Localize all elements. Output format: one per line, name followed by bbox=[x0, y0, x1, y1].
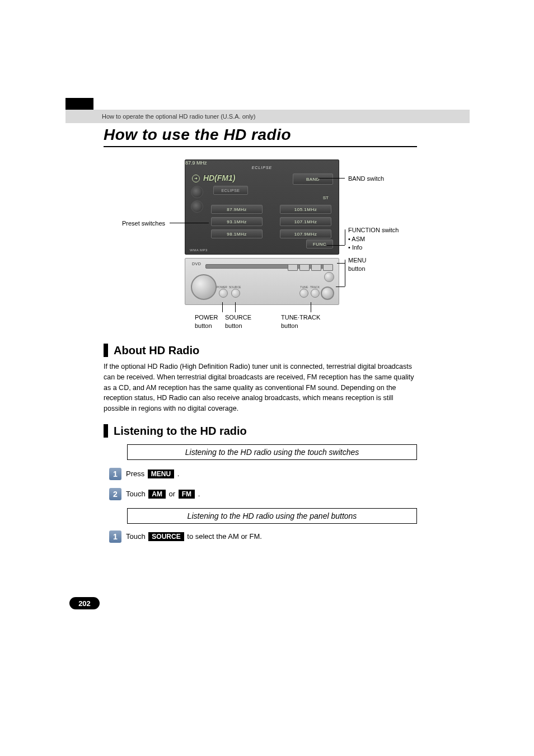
sub-box-touch: Listening to the HD radio using the touc… bbox=[127, 444, 417, 460]
band-switch[interactable]: BAND bbox=[293, 173, 333, 185]
source-button[interactable] bbox=[231, 289, 240, 298]
callout-preset-line bbox=[170, 223, 209, 223]
step-b1-text: Touch SOURCE to select the AM or FM. bbox=[126, 532, 262, 541]
callout-func-title: FUNCTION switch bbox=[348, 226, 399, 234]
callout-func-info-txt: Info bbox=[352, 244, 362, 251]
page-number: 202 bbox=[69, 597, 100, 609]
step-2-suffix: . bbox=[198, 490, 200, 498]
callout-band-line bbox=[318, 178, 345, 179]
step-1-prefix: Press bbox=[126, 469, 147, 478]
callout-tune-line bbox=[311, 302, 311, 312]
callout-power-line bbox=[222, 302, 223, 312]
radio-screen: ECLIPSE ➜ HD(FM1) BAND ECLIPSE 87.9 MHz … bbox=[185, 159, 339, 255]
page-title: How to use the HD radio bbox=[104, 126, 291, 144]
step-2-prefix: Touch bbox=[126, 490, 147, 498]
step-1-text: Press MENU . bbox=[126, 469, 179, 478]
breadcrumb: How to operate the optional HD radio tun… bbox=[65, 113, 256, 120]
tune-down[interactable] bbox=[299, 289, 308, 298]
callout-func-info: • Info bbox=[348, 243, 362, 252]
tune-up[interactable] bbox=[311, 289, 320, 298]
station-name: ECLIPSE bbox=[213, 186, 248, 195]
section-bar-icon-2 bbox=[104, 424, 108, 438]
callout-menu-line1 bbox=[337, 263, 345, 264]
function-switch[interactable]: FUNC bbox=[306, 240, 333, 248]
side-icon-2 bbox=[191, 200, 203, 213]
hd-icon: ➜ bbox=[192, 175, 200, 182]
step-2-num: 2 bbox=[109, 488, 121, 500]
callout-band: BAND switch bbox=[348, 175, 384, 183]
stereo-indicator: ST bbox=[321, 195, 331, 201]
preset-6[interactable]: 107.9MHz bbox=[280, 229, 331, 238]
section-listen-head: Listening to the HD radio bbox=[104, 424, 247, 438]
step-1-num: 1 bbox=[109, 468, 121, 480]
preset-2[interactable]: 93.1MHz bbox=[211, 217, 263, 226]
section-bar-icon bbox=[104, 344, 108, 357]
step-b1-num: 1 bbox=[109, 530, 121, 543]
slot-icons bbox=[288, 264, 333, 271]
title-rule bbox=[104, 146, 417, 147]
step-2-row: 2 Touch AM or FM . bbox=[109, 488, 200, 500]
sub-box-panel-text: Listening to the HD radio using the pane… bbox=[188, 511, 357, 520]
open-button[interactable] bbox=[324, 272, 334, 282]
radio-figure: ECLIPSE ➜ HD(FM1) BAND ECLIPSE 87.9 MHz … bbox=[185, 159, 339, 305]
header-band: How to operate the optional HD radio tun… bbox=[65, 110, 470, 123]
screen-topbar: ECLIPSE bbox=[190, 165, 334, 170]
about-body: If the optional HD Radio (High Definitio… bbox=[104, 361, 417, 414]
menu-key: MENU bbox=[148, 469, 174, 478]
preset-4[interactable]: 105.1MHz bbox=[280, 205, 331, 214]
mode-text: HD(FM1) bbox=[203, 173, 236, 182]
slot-icon-2 bbox=[299, 264, 310, 271]
callout-tune: TUNE·TRACK button bbox=[281, 313, 320, 330]
slot-icon-3 bbox=[311, 264, 321, 271]
callout-func-line2 bbox=[345, 229, 345, 245]
section-about-head: About HD Radio bbox=[104, 344, 199, 357]
step-b1-suffix: to select the AM or FM. bbox=[187, 532, 262, 541]
brand-label: ECLIPSE bbox=[252, 166, 273, 170]
format-icons: WMA MP3 bbox=[190, 248, 208, 252]
callout-menu-line3 bbox=[336, 287, 345, 287]
preset-1[interactable]: 87.9MHz bbox=[211, 205, 263, 214]
callout-menu: MENU button bbox=[348, 256, 366, 273]
step-b1-prefix: Touch bbox=[126, 532, 147, 541]
slot-icon-1 bbox=[288, 264, 298, 271]
step-1-suffix: . bbox=[177, 469, 180, 478]
hardware-panel: DVD POWER SOURCE TUNE · TRACK bbox=[185, 258, 339, 305]
step-2-text: Touch AM or FM . bbox=[126, 490, 200, 499]
step-b1-row: 1 Touch SOURCE to select the AM or FM. bbox=[109, 530, 262, 543]
callout-func-line1 bbox=[327, 245, 345, 246]
fm-key: FM bbox=[179, 490, 195, 499]
callout-power: POWER button bbox=[195, 313, 218, 330]
step-2-mid: or bbox=[169, 490, 177, 498]
section-about-title: About HD Radio bbox=[114, 344, 199, 357]
callout-func-asm: • ASM bbox=[348, 235, 365, 243]
sub-box-touch-text: Listening to the HD radio using the touc… bbox=[185, 448, 359, 457]
section-listen-title: Listening to the HD radio bbox=[114, 425, 247, 438]
power-tiny: POWER bbox=[217, 285, 227, 289]
callout-source: SOURCE button bbox=[225, 313, 251, 330]
preset-grid: 87.9MHz 105.1MHz 93.1MHz 107.1MHz 98.1MH… bbox=[211, 205, 334, 238]
mode-label: ➜ HD(FM1) bbox=[192, 173, 235, 182]
callout-func-asm-txt: ASM bbox=[352, 236, 365, 242]
preset-3[interactable]: 98.1MHz bbox=[211, 229, 263, 238]
am-key: AM bbox=[148, 490, 166, 499]
volume-knob[interactable] bbox=[191, 274, 217, 300]
side-icons bbox=[191, 186, 208, 215]
callout-source-line bbox=[235, 302, 236, 312]
source-tiny: SOURCE bbox=[229, 285, 241, 289]
menu-button[interactable] bbox=[321, 287, 334, 300]
sub-box-panel: Listening to the HD radio using the pane… bbox=[127, 508, 417, 524]
preset-5[interactable]: 107.1MHz bbox=[280, 217, 331, 226]
tunetrack-tiny: TUNE · TRACK bbox=[300, 285, 320, 289]
step-1-row: 1 Press MENU . bbox=[109, 468, 179, 480]
side-icon-1 bbox=[191, 186, 203, 198]
slot-icon-4 bbox=[323, 264, 333, 271]
power-button[interactable] bbox=[219, 289, 228, 298]
callout-preset: Preset switches bbox=[122, 219, 165, 228]
source-key: SOURCE bbox=[148, 532, 184, 541]
dvd-label: DVD bbox=[192, 262, 201, 266]
callout-menu-line2 bbox=[345, 260, 345, 287]
